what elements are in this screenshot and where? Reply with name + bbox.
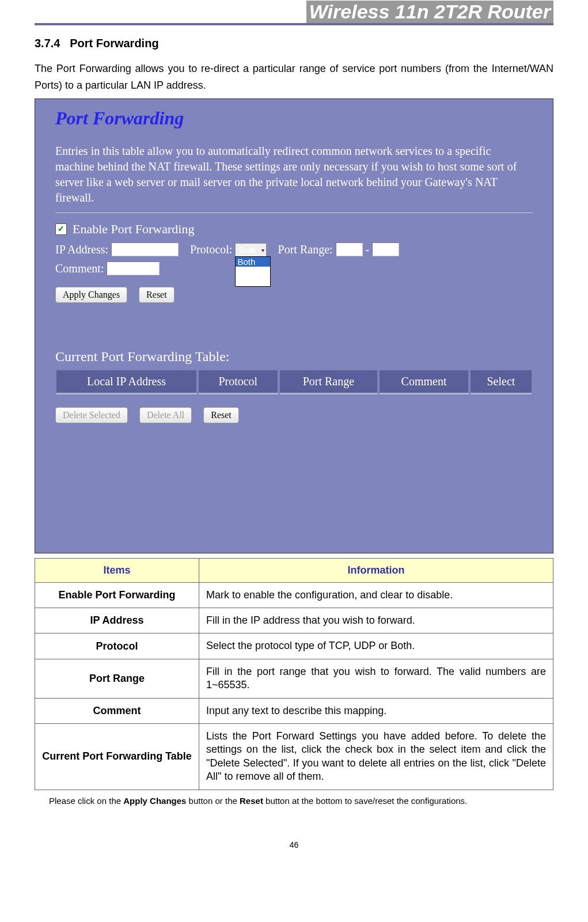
row-info: Select the protocol type of TCP, UDP or … bbox=[199, 633, 553, 659]
delete-selected-button[interactable]: Delete Selected bbox=[55, 407, 128, 423]
ip-label: IP Address: bbox=[55, 243, 108, 256]
th-select: Select bbox=[471, 370, 532, 394]
comment-label: Comment: bbox=[55, 262, 104, 275]
th-comment: Comment bbox=[380, 370, 469, 394]
row-info: Mark to enable the configuration, and cl… bbox=[199, 582, 553, 608]
th-local-ip: Local IP Address bbox=[56, 370, 198, 394]
apply-changes-button[interactable]: Apply Changes bbox=[55, 287, 127, 303]
row-item: Port Range bbox=[35, 659, 199, 698]
footer-note: Please click on the Apply Changes button… bbox=[35, 796, 553, 806]
section-number: 3.7.4 bbox=[35, 37, 60, 50]
reset-table-button[interactable]: Reset bbox=[203, 407, 239, 423]
delete-all-button[interactable]: Delete All bbox=[139, 407, 192, 423]
port-range-label: Port Range: bbox=[278, 243, 333, 256]
th-items: Items bbox=[35, 558, 199, 582]
option-tcp[interactable]: TCP bbox=[236, 267, 270, 276]
enable-checkbox[interactable]: ✓ bbox=[55, 223, 67, 235]
port-from-input[interactable] bbox=[336, 242, 363, 256]
intro-paragraph: The Port Forwarding allows you to re-dir… bbox=[35, 60, 553, 94]
enable-label: Enable Port Forwarding bbox=[73, 222, 194, 237]
row-info: Input any text to describe this mapping. bbox=[199, 698, 553, 723]
option-udp[interactable]: UDP bbox=[236, 276, 270, 286]
row-item: Comment bbox=[35, 698, 199, 723]
section-title: Port Forwarding bbox=[70, 37, 158, 50]
row-item: Enable Port Forwarding bbox=[35, 582, 199, 608]
protocol-select[interactable]: Both bbox=[235, 243, 266, 257]
row-info: Fill in the port range that you wish to … bbox=[199, 659, 553, 698]
port-to-input[interactable] bbox=[372, 242, 399, 256]
info-table: Items Information Enable Port Forwarding… bbox=[35, 558, 553, 790]
section-heading: 3.7.4 Port Forwarding bbox=[35, 37, 553, 50]
row-info: Fill in the IP address that you wish to … bbox=[199, 608, 553, 633]
comment-input[interactable] bbox=[107, 261, 160, 275]
port-forwarding-table: Local IP Address Protocol Port Range Com… bbox=[55, 369, 533, 396]
embedded-screenshot: Port Forwarding Entries in this table al… bbox=[35, 98, 553, 553]
panel-title: Port Forwarding bbox=[55, 108, 533, 129]
row-item: Protocol bbox=[35, 633, 199, 659]
row-item: Current Port Forwarding Table bbox=[35, 723, 199, 790]
reset-button[interactable]: Reset bbox=[139, 287, 174, 303]
doc-header: Wireless 11n 2T2R Router bbox=[306, 1, 553, 23]
option-both[interactable]: Both bbox=[236, 257, 270, 267]
page-number: 46 bbox=[35, 840, 553, 849]
th-information: Information bbox=[199, 558, 553, 582]
row-item: IP Address bbox=[35, 608, 199, 633]
row-info: Lists the Port Forward Settings you have… bbox=[199, 723, 553, 790]
protocol-dropdown[interactable]: Both TCP UDP bbox=[235, 256, 271, 287]
th-protocol: Protocol bbox=[199, 370, 278, 394]
protocol-label: Protocol: bbox=[190, 243, 232, 256]
current-table-title: Current Port Forwarding Table: bbox=[55, 349, 533, 365]
panel-description: Entries in this table allow you to autom… bbox=[55, 143, 533, 206]
ip-input[interactable] bbox=[111, 242, 179, 256]
port-sep: - bbox=[366, 243, 370, 256]
th-port-range: Port Range bbox=[280, 370, 379, 394]
